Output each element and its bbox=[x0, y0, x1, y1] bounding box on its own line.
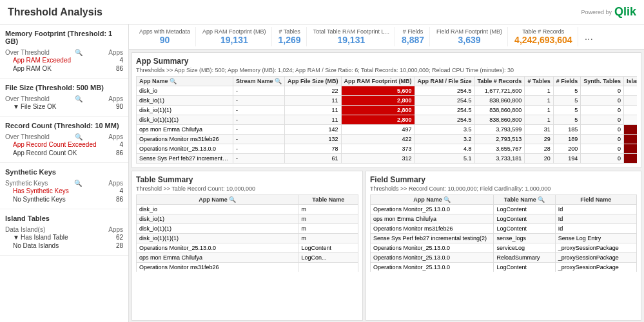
as-records: 838,860,800 bbox=[474, 106, 525, 115]
as-ratio: 4.8 bbox=[415, 144, 474, 154]
as-file-size: 22 bbox=[285, 86, 342, 96]
col-stream-name: Stream Name 🔍 bbox=[233, 77, 285, 86]
synthetic-keys-header-label: Synthetic Keys bbox=[5, 180, 48, 187]
has-synthetic-keys-label: Has Synthetic Keys bbox=[5, 187, 69, 194]
apps-col-label: Apps bbox=[108, 49, 123, 56]
ts-app-name: disk_io bbox=[137, 205, 298, 214]
over-threshold-label-rc: Over Threshold bbox=[5, 133, 50, 140]
as-fields: 200 bbox=[553, 144, 581, 154]
as-file-size: 11 bbox=[285, 96, 342, 106]
as-synth: 0 bbox=[581, 96, 624, 106]
stat-more-options[interactable]: ... bbox=[580, 27, 598, 46]
table-summary-row: disk_io m bbox=[137, 205, 358, 214]
table-summary-panel: Table Summary Threshold >> Table Record … bbox=[132, 171, 363, 321]
stat-fields-value: 8,887 bbox=[402, 35, 424, 45]
search-icon-fs-table[interactable]: 🔍 bbox=[538, 196, 545, 203]
apps-col-label-fs: Apps bbox=[108, 95, 123, 102]
as-synth: 0 bbox=[581, 86, 624, 96]
search-icon-fs-app[interactable]: 🔍 bbox=[444, 196, 451, 203]
stat-table-records-value: 4,242,693,604 bbox=[514, 35, 572, 45]
as-island: 0 bbox=[624, 115, 637, 125]
arrow-icon-it: ▼ bbox=[13, 234, 19, 241]
as-ratio: 254.5 bbox=[415, 96, 474, 106]
table-summary-title: Table Summary bbox=[136, 175, 358, 184]
powered-by-text: Powered by bbox=[581, 9, 612, 15]
app-summary-row: Operations Monitor_25.13.0.0 - 78 373 4.… bbox=[137, 144, 638, 154]
col-file-size: App File Size (MB) bbox=[285, 77, 342, 86]
as-island: 0 bbox=[624, 106, 637, 115]
app-ram-ok-count: 86 bbox=[116, 65, 123, 72]
ts-table-name: LogCon... bbox=[298, 253, 358, 263]
app-ram-exceeded-label: App RAM Exceeded bbox=[5, 57, 71, 64]
stat-tables-label: # Tables bbox=[278, 28, 300, 35]
as-fields: 5 bbox=[553, 115, 581, 125]
stat-fields: # Fields 8,887 bbox=[396, 27, 430, 46]
as-stream: - bbox=[233, 154, 285, 164]
as-ram: 2,800 bbox=[341, 96, 415, 106]
as-app-name: Sense Sys Perf feb27 incremental testing… bbox=[137, 154, 233, 164]
table-summary-threshold: Threshold >> Table Record Count: 10,000,… bbox=[136, 185, 358, 192]
as-fields: 5 bbox=[553, 96, 581, 106]
as-ratio: 254.5 bbox=[415, 86, 474, 96]
col-app-name: App Name 🔍 bbox=[137, 77, 233, 86]
app-summary-row: disk_io(1)(1) - 11 2,800 254.5 838,860,8… bbox=[137, 106, 638, 115]
as-synth: 0 bbox=[581, 154, 624, 164]
ts-table-name: m bbox=[298, 224, 358, 234]
synthetic-keys-title: Synthetic Keys bbox=[5, 168, 123, 176]
search-icon-app[interactable]: 🔍 bbox=[170, 78, 177, 84]
ts-app-name: disk_io(1) bbox=[137, 214, 298, 224]
ts-app-name: Operations Monitor_25.13.0.0 bbox=[137, 243, 298, 253]
as-tables: 1 bbox=[525, 106, 553, 115]
app-record-exceeded-label: App Record Count Exceeded bbox=[5, 141, 97, 148]
ts-app-name: Operations Monitor ms31feb26 bbox=[137, 263, 298, 272]
search-icon-memory[interactable]: 🔍 bbox=[75, 49, 83, 56]
stat-tables: # Tables 1,269 bbox=[273, 27, 307, 46]
over-threshold-label-fs: Over Threshold bbox=[5, 95, 50, 102]
as-records: 3,655,767 bbox=[474, 144, 525, 154]
record-count-section: Record Count (Threshold: 10 MM) Over Thr… bbox=[0, 117, 128, 163]
as-tables: 1 bbox=[525, 115, 553, 125]
app-ram-exceeded-count: 4 bbox=[119, 57, 123, 64]
as-tables: 29 bbox=[525, 135, 553, 144]
fs-table-name: LogContent bbox=[494, 263, 555, 272]
fs-app-name: Operations Monitor_25.13.0.0 bbox=[371, 243, 494, 253]
search-icon-sk[interactable]: 🔍 bbox=[74, 180, 82, 187]
stat-field-ram-value: 3,639 bbox=[458, 35, 481, 45]
fs-table-name: ReloadSummary bbox=[494, 253, 555, 263]
as-ratio: 254.5 bbox=[415, 115, 474, 125]
stat-tables-value: 1,269 bbox=[278, 35, 301, 45]
app-summary-row: Sense Sys Perf feb27 incremental testing… bbox=[137, 154, 638, 164]
table-summary-row: Operations Monitor ms31feb26 bbox=[137, 263, 358, 272]
stat-apps-metadata: Apps with Metadata 90 bbox=[134, 27, 196, 46]
stat-field-ram: Field RAM Footprint (MB) 3,639 bbox=[431, 27, 508, 46]
search-icon-filesize[interactable]: 🔍 bbox=[75, 95, 83, 102]
apps-col-label-sk: Apps bbox=[108, 180, 123, 187]
as-island: 0 bbox=[624, 86, 637, 96]
field-summary-threshold: Thresholds >> Record Count: 10,000,000; … bbox=[370, 185, 637, 192]
fs-field-name: _proxySessionPackage bbox=[555, 253, 636, 263]
header: Threshold Analysis Powered by Qlik bbox=[0, 0, 644, 24]
fs-field-name: Sense Log Entry bbox=[555, 234, 636, 243]
as-ram: 2,800 bbox=[341, 115, 415, 125]
search-icon-ts-app[interactable]: 🔍 bbox=[229, 196, 236, 203]
fs-table-name: LogContent bbox=[494, 214, 555, 224]
search-icon-rc[interactable]: 🔍 bbox=[75, 133, 83, 140]
app-summary-row: disk_io(1)(1)(1) - 11 2,800 254.5 838,86… bbox=[137, 115, 638, 125]
as-island: 0 bbox=[624, 96, 637, 106]
as-synth: 0 bbox=[581, 135, 624, 144]
as-fields: 189 bbox=[553, 135, 581, 144]
as-file-size: 11 bbox=[285, 106, 342, 115]
apps-col-label-it: Apps bbox=[108, 226, 123, 233]
ts-table-name: m bbox=[298, 205, 358, 214]
stat-app-ram-value: 19,131 bbox=[220, 35, 248, 45]
stat-total-table-ram: Total Table RAM Footprint L... 19,131 bbox=[308, 27, 395, 46]
qlik-logo: Powered by Qlik bbox=[581, 5, 636, 19]
as-records: 3,733,181 bbox=[474, 154, 525, 164]
data-islands-label: Data Island(s) bbox=[5, 226, 45, 233]
search-icon-stream[interactable]: 🔍 bbox=[275, 78, 282, 84]
table-summary-row: disk_io(1)(1) m bbox=[137, 224, 358, 234]
as-stream: - bbox=[233, 115, 285, 125]
as-records: 2,793,513 bbox=[474, 135, 525, 144]
fs-field-name: Id bbox=[555, 205, 636, 214]
as-records: 3,793,599 bbox=[474, 125, 525, 135]
